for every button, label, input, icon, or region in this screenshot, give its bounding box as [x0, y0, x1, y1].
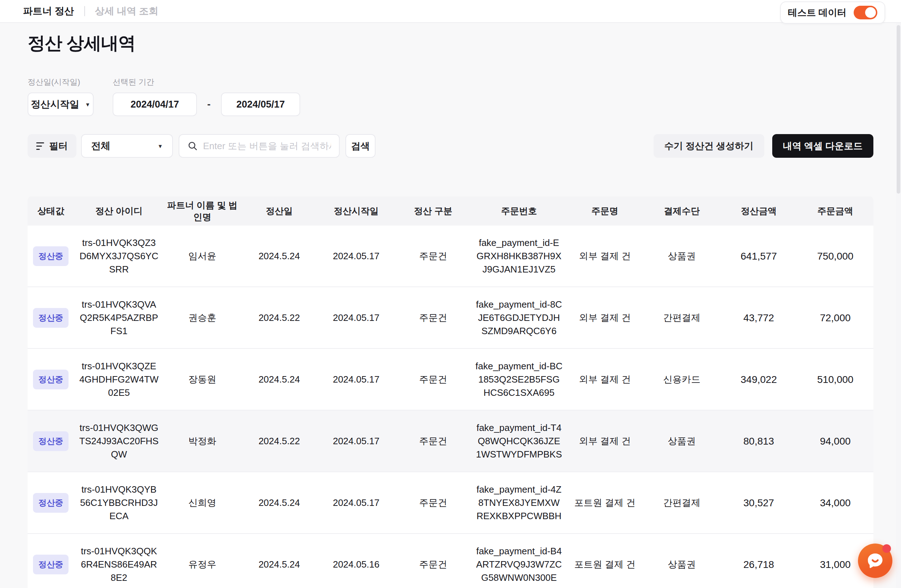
date-type-label: 정산일(시작일): [28, 77, 113, 87]
cell-order-number: fake_payment_id-4Z8TNYEX8JYEMXWREXKBXPPC…: [472, 472, 566, 533]
toggle-knob: [865, 7, 876, 18]
cell-order-name: 외부 결제 건: [566, 349, 644, 410]
column-header: 정산시작일: [318, 196, 395, 226]
cell-settlement-type: 주문건: [394, 349, 472, 410]
cell-status: 정산중: [28, 349, 74, 410]
cell-order-name: 외부 결제 건: [566, 411, 644, 471]
cell-partner-name: 신희영: [164, 472, 241, 533]
cell-status: 정산중: [28, 534, 74, 588]
channel-chat-icon: [866, 551, 884, 570]
column-header: 결제수단: [644, 196, 720, 226]
cell-settlement-id: trs-01HVQK3QZ3D6MYX3J7QS6YCSRR: [74, 226, 164, 286]
search-icon: [187, 140, 198, 151]
cell-partner-name: 임서윤: [164, 226, 241, 286]
cell-settlement-id: trs-01HVQK3QVAQ2R5K4P5AZRBPFS1: [74, 287, 164, 348]
cell-settlement-start-date: 2024.05.17: [318, 226, 395, 286]
table-body: 정산중 trs-01HVQK3QZ3D6MYX3J7QS6YCSRR 임서윤 2…: [28, 226, 873, 588]
cell-settlement-amount: 43,772: [720, 287, 797, 348]
column-header: 정산금액: [720, 196, 797, 226]
chat-launcher-button[interactable]: [858, 544, 892, 578]
cell-order-name: 외부 결제 건: [566, 287, 644, 348]
start-date-input[interactable]: 2024/04/17: [113, 92, 197, 116]
cell-settlement-date: 2024.5.22: [241, 287, 318, 348]
cell-settlement-start-date: 2024.05.17: [318, 411, 395, 471]
cell-order-name: 외부 결제 건: [566, 226, 644, 286]
table-row[interactable]: 정산중 trs-01HVQK3QWGTS24J93AC20FHSQW 박정화 2…: [28, 411, 873, 472]
filter-lines-icon: [36, 142, 44, 150]
cell-settlement-date: 2024.5.24: [241, 349, 318, 410]
chevron-down-icon: ▼: [157, 143, 163, 149]
cell-status: 정산중: [28, 411, 74, 471]
cell-settlement-type: 주문건: [394, 287, 472, 348]
cell-settlement-type: 주문건: [394, 226, 472, 286]
cell-settlement-date: 2024.5.24: [241, 472, 318, 533]
cell-settlement-date: 2024.5.24: [241, 534, 318, 588]
cell-order-amount: 510,000: [797, 349, 873, 410]
status-badge: 정산중: [33, 370, 69, 389]
filter-button[interactable]: 필터: [28, 134, 76, 158]
cell-payment-method: 간편결제: [644, 287, 720, 348]
cell-order-number: fake_payment_id-EGRXH8HKB387H9XJ9GJAN1EJ…: [472, 226, 566, 286]
search-button[interactable]: 검색: [345, 134, 376, 158]
status-badge: 정산중: [33, 493, 69, 513]
column-header: 파트너 이름 및 법인명: [164, 196, 241, 226]
cell-order-name: 포트원 결제 건: [566, 472, 644, 533]
cell-settlement-amount: 641,577: [720, 226, 797, 286]
column-header: 정산일: [241, 196, 318, 226]
nav-item-partner-settlement[interactable]: 파트너 정산: [23, 5, 74, 17]
topbar-nav: 파트너 정산 상세 내역 조회: [23, 5, 159, 17]
scrollbar-thumb[interactable]: [897, 25, 900, 194]
cell-order-amount: 34,000: [797, 472, 873, 533]
cell-order-number: fake_payment_id-B4ARTZRVQ9J3W7ZCG58WNW0N…: [472, 534, 566, 588]
nav-item-detail-lookup[interactable]: 상세 내역 조회: [95, 5, 159, 17]
search-input[interactable]: [203, 140, 331, 152]
cell-settlement-start-date: 2024.05.16: [318, 534, 395, 588]
cell-settlement-type: 주문건: [394, 411, 472, 471]
cell-payment-method: 상품권: [644, 226, 720, 286]
cell-settlement-date: 2024.5.24: [241, 226, 318, 286]
cell-payment-method: 상품권: [644, 411, 720, 471]
cell-order-amount: 750,000: [797, 226, 873, 286]
date-type-select[interactable]: 정산시작일 ▼: [28, 92, 94, 116]
search-scope-select[interactable]: 전체 ▼: [81, 134, 173, 158]
filter-panel: 정산일(시작일) 선택된 기간 정산시작일 ▼ 2024/04/17 - 202…: [28, 77, 873, 158]
table-header: 상태값정산 아이디파트너 이름 및 법인명정산일정산시작일정산 구분주문번호주문…: [28, 196, 873, 226]
filter-button-label: 필터: [49, 140, 68, 152]
column-header: 주문금액: [797, 196, 873, 226]
cell-payment-method: 상품권: [644, 534, 720, 588]
cell-order-amount: 94,000: [797, 411, 873, 471]
excel-download-button[interactable]: 내역 엑셀 다운로드: [772, 134, 873, 158]
table-row[interactable]: 정산중 trs-01HVQK3QYB56C1YBBCRHD3JECA 신희영 2…: [28, 472, 873, 534]
test-data-toggle[interactable]: [854, 6, 877, 19]
table-row[interactable]: 정산중 trs-01HVQK3QVAQ2R5K4P5AZRBPFS1 권승훈 2…: [28, 287, 873, 349]
cell-settlement-amount: 80,813: [720, 411, 797, 471]
cell-partner-name: 장동원: [164, 349, 241, 410]
page-title: 정산 상세내역: [28, 32, 873, 54]
cell-settlement-amount: 349,022: [720, 349, 797, 410]
manual-settlement-create-button[interactable]: 수기 정산건 생성하기: [653, 134, 764, 158]
cell-settlement-start-date: 2024.05.17: [318, 472, 395, 533]
table-row[interactable]: 정산중 trs-01HVQK3QZE4GHDHFG2W4TW02E5 장동원 2…: [28, 349, 873, 411]
column-header: 주문명: [566, 196, 644, 226]
scope-value: 전체: [91, 140, 111, 152]
scrollbar-track[interactable]: [896, 23, 901, 588]
cell-payment-method: 간편결제: [644, 472, 720, 533]
column-header: 주문번호: [472, 196, 566, 226]
cell-settlement-amount: 26,718: [720, 534, 797, 588]
status-badge: 정산중: [33, 246, 69, 266]
table-row[interactable]: 정산중 trs-01HVQK3QZ3D6MYX3J7QS6YCSRR 임서윤 2…: [28, 226, 873, 287]
notification-dot: [882, 544, 891, 553]
cell-settlement-type: 주문건: [394, 472, 472, 533]
column-header: 정산 아이디: [74, 196, 164, 226]
cell-settlement-id: trs-01HVQK3QYB56C1YBBCRHD3JECA: [74, 472, 164, 533]
table-row[interactable]: 정산중 trs-01HVQK3QQK6R4ENS86E49AR8E2 유정우 2…: [28, 534, 873, 588]
cell-partner-name: 유정우: [164, 534, 241, 588]
end-date-input[interactable]: 2024/05/17: [221, 92, 300, 116]
status-badge: 정산중: [33, 431, 69, 451]
main-content: 정산 상세내역 정산일(시작일) 선택된 기간 정산시작일 ▼ 2024/04/…: [0, 32, 901, 588]
cell-settlement-date: 2024.5.22: [241, 411, 318, 471]
chevron-down-icon: ▼: [85, 101, 90, 107]
settlement-table: 상태값정산 아이디파트너 이름 및 법인명정산일정산시작일정산 구분주문번호주문…: [28, 196, 873, 588]
topbar: 파트너 정산 상세 내역 조회 테스트 데이터: [0, 0, 901, 23]
cell-partner-name: 권승훈: [164, 287, 241, 348]
